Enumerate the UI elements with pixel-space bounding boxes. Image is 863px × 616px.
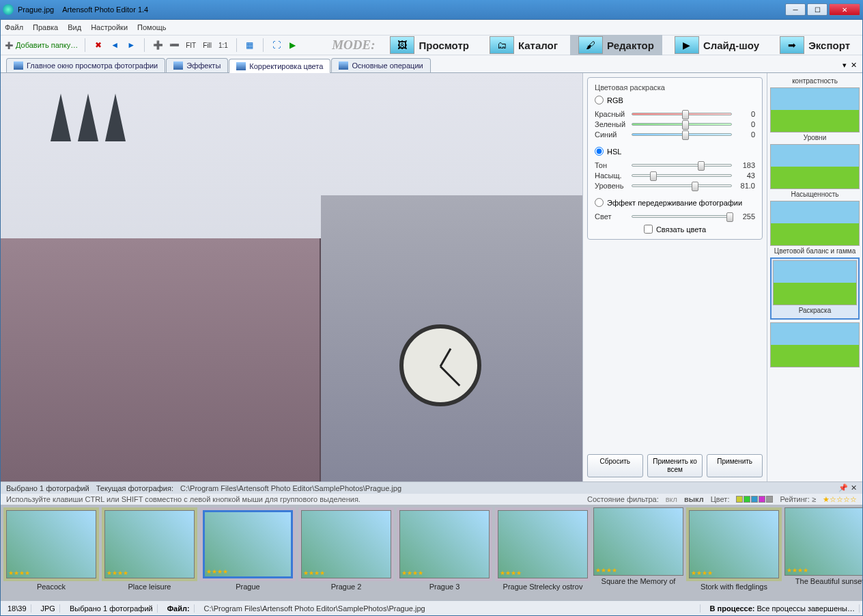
fill-button[interactable]: Fill — [201, 42, 213, 49]
mode-view[interactable]: 🖼Просмотр — [382, 35, 477, 55]
tab-basic-ops[interactable]: Основные операции — [331, 58, 430, 72]
rgb-slider-1[interactable] — [632, 123, 732, 126]
hsl-slider-0[interactable] — [632, 164, 732, 167]
menubar: Файл Правка Вид Настройки Помощь — [1, 20, 862, 35]
hsl-slider-2[interactable] — [632, 184, 732, 187]
effects-icon — [173, 61, 183, 70]
title-file: Prague.jpg — [18, 5, 54, 14]
menu-view[interactable]: Вид — [68, 23, 81, 31]
picture-icon: 🖼 — [390, 36, 414, 54]
status-format: JPG — [37, 604, 60, 613]
overexpose-radio[interactable] — [595, 198, 604, 207]
filmstrip-item[interactable]: ★★★★Stork with fledglings — [686, 507, 782, 591]
statusbar: 18\39 JPG Выбрано 1 фотографий Файл: C:\… — [1, 600, 862, 615]
fullscreen-icon[interactable]: ⛶ — [270, 39, 283, 51]
preset-column: контрастность УровниНасыщенностьЦветовой… — [767, 73, 862, 481]
filmstrip-item[interactable]: ★★★★Peacock — [3, 507, 99, 591]
delete-icon[interactable]: ✖ — [92, 39, 104, 51]
filmstrip[interactable]: ★★★★Peacock★★★★Place leisure★★★★Prague★★… — [1, 505, 862, 600]
filmstrip-item[interactable]: ★★★★The Beautiful sunset — [784, 507, 862, 585]
arrow-left-icon[interactable]: ◄ — [109, 39, 121, 51]
maximize-button[interactable]: ☐ — [807, 3, 827, 16]
filmstrip-item[interactable]: ★★★★Prague Strelecky ostrov — [495, 507, 591, 591]
export-icon: ➡ — [780, 36, 804, 54]
preset-item[interactable]: Цветовой баланс и гамма — [770, 201, 860, 255]
close-panel-icon[interactable]: ✕ — [851, 484, 857, 492]
close-tab-icon[interactable]: ✕ — [851, 61, 857, 70]
mode-catalog[interactable]: 🗂Каталог — [481, 35, 566, 55]
film-icon: ▶ — [675, 36, 699, 54]
hint-bar: Используйте клавиши CTRL или SHIFT совме… — [1, 494, 862, 505]
apply-all-button[interactable]: Применить ко всем — [647, 454, 703, 477]
filmstrip-item[interactable]: ★★★★Prague 2 — [298, 507, 394, 591]
one-to-one-button[interactable]: 1:1 — [217, 42, 229, 49]
arrow-right-icon[interactable]: ► — [125, 39, 137, 51]
titlebar: Prague.jpg Artensoft Photo Editor 1.4 ─ … — [0, 0, 863, 19]
preset-item[interactable]: Насыщенность — [770, 144, 860, 198]
minimize-button[interactable]: ─ — [785, 3, 806, 16]
plus-icon[interactable]: ➕ — [152, 39, 164, 51]
dropdown-icon[interactable]: ▾ — [843, 61, 847, 70]
tab-color-correction[interactable]: Корректировка цвета — [229, 59, 330, 73]
menu-help[interactable]: Помощь — [137, 23, 167, 31]
fit-button[interactable]: FIT — [184, 42, 197, 49]
panel-title: Цветовая раскраска — [595, 83, 755, 92]
photo-preview[interactable] — [1, 73, 582, 481]
color-panel: Цветовая раскраска RGB Красный0Зеленый0С… — [582, 73, 767, 481]
status-counter: 18\39 — [3, 604, 31, 613]
preset-item[interactable] — [770, 322, 860, 367]
toolbar: Добавить папку… ✖ ◄ ► ➕ ➖ FIT Fill 1:1 ▦… — [1, 35, 862, 55]
brush-icon: 🖌 — [578, 36, 603, 54]
filmstrip-item[interactable]: ★★★★Prague 3 — [397, 507, 492, 591]
filmstrip-item[interactable]: ★★★★Prague — [200, 507, 296, 591]
menu-settings[interactable]: Настройки — [91, 23, 128, 31]
light-slider[interactable] — [632, 215, 732, 218]
tab-effects[interactable]: Эффекты — [166, 58, 228, 72]
mode-editor[interactable]: 🖌Редактор — [570, 35, 662, 55]
menu-file[interactable]: Файл — [5, 23, 23, 31]
mode-slideshow[interactable]: ▶Слайд-шоу — [666, 35, 767, 55]
reset-button[interactable]: Сбросить — [587, 454, 643, 477]
link-colors-checkbox[interactable] — [644, 225, 653, 234]
rgb-slider-0[interactable] — [632, 113, 732, 115]
minus-icon[interactable]: ➖ — [168, 39, 180, 51]
mode-label: MODE: — [332, 38, 378, 53]
color-filter-swatches[interactable] — [736, 496, 773, 503]
rating-filter[interactable]: ★☆☆☆☆ — [823, 495, 857, 504]
app-icon — [3, 4, 14, 15]
play-icon[interactable]: ▶ — [287, 39, 299, 51]
rgb-slider-2[interactable] — [632, 133, 732, 136]
preset-item[interactable]: Раскраска — [770, 257, 860, 320]
info-bar: Выбрано 1 фотографий Текущая фотография:… — [1, 481, 862, 494]
ops-icon — [339, 61, 348, 70]
hsl-slider-1[interactable] — [632, 174, 732, 177]
add-folder-button[interactable]: Добавить папку… — [5, 41, 78, 49]
tab-main-preview[interactable]: Главное окно просмотра фотографии — [6, 58, 165, 72]
apply-button[interactable]: Применить — [707, 454, 763, 477]
preset-item[interactable]: Уровни — [770, 87, 860, 141]
menu-edit[interactable]: Правка — [33, 23, 58, 31]
rgb-radio[interactable] — [595, 96, 604, 104]
color-icon — [236, 62, 246, 70]
image-icon — [14, 61, 23, 70]
gallery-icon: 🗂 — [490, 36, 514, 54]
mode-export[interactable]: ➡Экспорт — [772, 35, 858, 55]
editor-tabs: Главное окно просмотра фотографии Эффект… — [1, 55, 862, 73]
tool-icon-1[interactable]: ▦ — [244, 39, 256, 51]
hsl-radio[interactable] — [595, 147, 604, 156]
status-selected: Выбрано 1 фотографий — [66, 604, 158, 613]
close-button[interactable]: ✕ — [829, 3, 860, 16]
title-app: Artensoft Photo Editor 1.4 — [62, 5, 148, 14]
filmstrip-item[interactable]: ★★★★Square the Memory of — [593, 507, 683, 585]
filmstrip-item[interactable]: ★★★★Place leisure — [102, 507, 197, 591]
pin-icon[interactable]: 📌 — [838, 484, 848, 492]
